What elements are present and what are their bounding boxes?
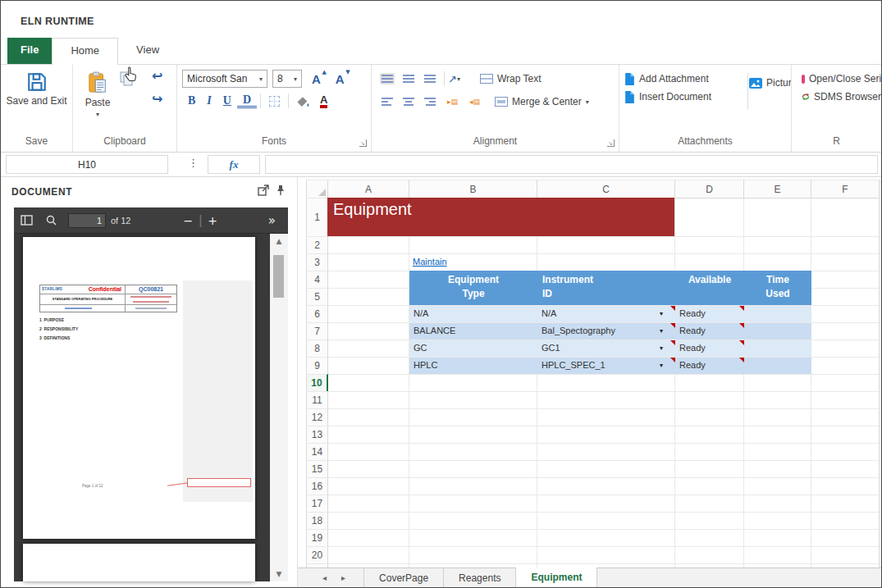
grid-cell[interactable] bbox=[537, 530, 675, 547]
row-header-12[interactable]: 12 bbox=[306, 408, 328, 426]
zoom-out-icon[interactable]: − bbox=[183, 214, 193, 227]
shrink-font-button[interactable]: A▼ bbox=[336, 72, 345, 86]
grid-cell[interactable] bbox=[811, 461, 880, 478]
tab-home[interactable]: Home bbox=[52, 38, 118, 65]
grid-cell[interactable] bbox=[409, 375, 537, 392]
tab-file[interactable]: File bbox=[7, 38, 52, 64]
grid-cell[interactable] bbox=[328, 444, 409, 461]
column-header-A[interactable]: A bbox=[327, 180, 409, 198]
wrap-text-button[interactable]: Wrap Text bbox=[480, 73, 542, 84]
grid-cell[interactable] bbox=[675, 392, 744, 409]
row-header-11[interactable]: 11 bbox=[306, 391, 328, 409]
select-all-corner[interactable] bbox=[306, 180, 328, 198]
sheet-nav-left-icon[interactable]: ◂ bbox=[322, 573, 327, 582]
grid-cell[interactable] bbox=[675, 375, 744, 392]
italic-button[interactable]: I bbox=[201, 94, 217, 107]
table-data-cell[interactable]: N/A bbox=[409, 306, 537, 322]
row-header-5[interactable]: 5 bbox=[306, 288, 328, 306]
zoom-in-icon[interactable]: + bbox=[208, 214, 217, 227]
merge-center-dropdown-icon[interactable]: ▾ bbox=[586, 98, 589, 106]
align-middle-button[interactable] bbox=[401, 73, 416, 84]
grid-cell[interactable] bbox=[409, 426, 537, 444]
grid-cell[interactable] bbox=[328, 340, 409, 358]
fx-button[interactable]: fx bbox=[208, 155, 260, 174]
grid-cell[interactable] bbox=[328, 237, 409, 254]
grid-cell[interactable] bbox=[328, 323, 409, 340]
grid-cell[interactable] bbox=[328, 547, 409, 564]
grid-cell[interactable] bbox=[675, 547, 744, 564]
grid-cell[interactable] bbox=[744, 409, 811, 426]
redo-icon[interactable]: ↪ bbox=[152, 93, 162, 106]
table-data-cell[interactable]: Ready bbox=[675, 323, 744, 340]
grid-cell[interactable] bbox=[744, 198, 811, 237]
grid-cell[interactable] bbox=[675, 254, 744, 271]
double-underline-button[interactable]: D bbox=[237, 94, 257, 108]
grid-cell[interactable] bbox=[537, 513, 675, 530]
grid-cell[interactable] bbox=[328, 461, 409, 478]
table-data-cell[interactable] bbox=[744, 323, 811, 340]
column-header-C[interactable]: C bbox=[537, 180, 675, 198]
align-left-button[interactable] bbox=[380, 96, 395, 107]
row-header-14[interactable]: 14 bbox=[306, 443, 328, 461]
row-header-8[interactable]: 8 bbox=[306, 340, 328, 358]
grid-cell[interactable] bbox=[744, 375, 811, 392]
grid-cell[interactable] bbox=[537, 237, 675, 254]
name-box-menu-icon[interactable]: ⋮ bbox=[188, 157, 199, 169]
sheet-tab-reagents[interactable]: Reagents bbox=[444, 568, 516, 587]
table-data-cell[interactable]: GC1▾ bbox=[537, 340, 675, 357]
sheet-nav-right-icon[interactable]: ▸ bbox=[341, 573, 345, 582]
table-data-cell[interactable]: BALANCE bbox=[409, 323, 537, 340]
row-header-4[interactable]: 4 bbox=[306, 271, 328, 289]
grid-cell[interactable] bbox=[328, 392, 409, 409]
font-name-select[interactable]: Microsoft San▾ bbox=[182, 70, 267, 88]
table-data-cell[interactable]: HPLC_SPEC_1▾ bbox=[537, 358, 675, 374]
fill-color-icon[interactable] bbox=[296, 95, 311, 107]
align-center-button[interactable] bbox=[401, 96, 416, 107]
picture-button[interactable]: Picture bbox=[749, 71, 792, 94]
row-header-15[interactable]: 15 bbox=[306, 460, 328, 478]
table-data-cell[interactable]: Ready bbox=[675, 358, 744, 374]
save-and-exit-button[interactable]: Save and Exit bbox=[1, 65, 72, 107]
orientation-button-icon[interactable]: ↗ bbox=[448, 73, 457, 85]
grid-cell[interactable] bbox=[811, 237, 880, 254]
column-header-D[interactable]: D bbox=[674, 180, 744, 198]
table-data-cell[interactable] bbox=[744, 306, 811, 322]
increase-indent-icon[interactable]: ▸▤ bbox=[447, 98, 458, 106]
grid-cell[interactable] bbox=[409, 444, 537, 461]
grid-cell[interactable] bbox=[811, 444, 880, 461]
grid-cell[interactable] bbox=[811, 289, 880, 306]
borders-button-icon[interactable] bbox=[269, 96, 280, 107]
grid-cell[interactable] bbox=[675, 513, 744, 530]
grid-cell[interactable] bbox=[744, 530, 811, 547]
grid-cell[interactable] bbox=[811, 547, 880, 564]
row-header-18[interactable]: 18 bbox=[306, 512, 328, 530]
row-header-10[interactable]: 10 bbox=[306, 374, 328, 392]
grid-cell[interactable] bbox=[811, 409, 880, 426]
grid-cell[interactable] bbox=[537, 444, 675, 461]
grid-cell[interactable] bbox=[675, 409, 744, 426]
grid-cell[interactable] bbox=[328, 271, 409, 289]
grid-cell[interactable] bbox=[744, 478, 811, 495]
sheet-tab-equipment[interactable]: Equipment bbox=[516, 567, 597, 587]
grid-cell[interactable] bbox=[744, 461, 811, 478]
grid-cell[interactable] bbox=[409, 461, 537, 478]
merge-center-button[interactable]: Merge & Center ▾ bbox=[495, 96, 589, 107]
grid-cell[interactable] bbox=[675, 530, 744, 547]
row-header-3[interactable]: 3 bbox=[306, 253, 328, 271]
grid-cell[interactable] bbox=[675, 461, 744, 478]
grid-cell[interactable] bbox=[328, 409, 409, 426]
grid-cell[interactable] bbox=[675, 444, 744, 461]
pin-icon[interactable] bbox=[276, 185, 286, 196]
grid-cell[interactable] bbox=[744, 392, 811, 409]
grid-cell[interactable] bbox=[537, 392, 675, 409]
formula-input[interactable] bbox=[265, 155, 878, 174]
grid-cell[interactable] bbox=[811, 271, 880, 289]
grid-cell[interactable] bbox=[409, 478, 537, 495]
row-header-2[interactable]: 2 bbox=[306, 236, 328, 254]
grid-cell[interactable] bbox=[811, 323, 880, 340]
grid-cell[interactable] bbox=[675, 478, 744, 495]
table-data-cell[interactable]: Bal_Spectography▾ bbox=[537, 323, 675, 340]
table-data-cell[interactable] bbox=[744, 358, 811, 374]
pdf-scrollbar[interactable]: ▲ ▼ bbox=[270, 234, 288, 581]
grid-cell[interactable] bbox=[744, 495, 811, 513]
